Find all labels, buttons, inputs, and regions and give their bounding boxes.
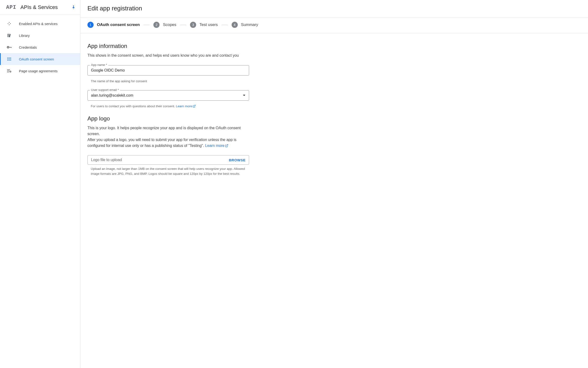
nav-label: Page usage agreements bbox=[19, 69, 75, 73]
app-logo-description: This is your logo. It helps people recog… bbox=[87, 125, 253, 148]
consent-screen-icon bbox=[7, 56, 12, 62]
library-icon bbox=[7, 33, 12, 38]
svg-line-8 bbox=[194, 105, 196, 107]
step-label: Summary bbox=[241, 22, 258, 27]
nav-item-oauth-consent[interactable]: OAuth consent screen bbox=[0, 53, 80, 65]
step-label: Scopes bbox=[163, 22, 176, 27]
nav-item-credentials[interactable]: Credentials bbox=[0, 41, 80, 53]
nav-label: Enabled APIs & services bbox=[19, 22, 75, 26]
step-number: 4 bbox=[232, 22, 238, 28]
app-logo-learn-more-link[interactable]: Learn more bbox=[205, 144, 228, 148]
support-email-label: User support email * bbox=[90, 88, 120, 92]
app-logo-desc-line1: This is your logo. It helps people recog… bbox=[87, 126, 241, 136]
support-email-select[interactable]: alan.turing@scalekit.com bbox=[87, 90, 249, 101]
stepper: 1 OAuth consent screen 2 Scopes 3 Test u… bbox=[80, 17, 588, 33]
external-link-icon bbox=[225, 144, 228, 147]
key-icon bbox=[7, 45, 12, 50]
step-oauth-consent[interactable]: 1 OAuth consent screen bbox=[87, 22, 140, 28]
browse-button[interactable]: BROWSE bbox=[229, 158, 246, 162]
pin-icon[interactable] bbox=[72, 5, 75, 9]
sidebar-title: APIs & Services bbox=[20, 4, 72, 10]
support-email-value: alan.turing@scalekit.com bbox=[91, 93, 133, 98]
svg-rect-3 bbox=[11, 47, 11, 48]
logo-upload-field[interactable]: Logo file to upload BROWSE bbox=[87, 155, 249, 165]
svg-rect-4 bbox=[7, 69, 10, 70]
nav-label: OAuth consent screen bbox=[19, 57, 75, 61]
sidebar: API APIs & Services Enabled APIs & servi… bbox=[0, 0, 80, 368]
support-email-field-wrapper: User support email * alan.turing@scaleki… bbox=[87, 90, 249, 101]
main-content: Edit app registration 1 OAuth consent sc… bbox=[80, 0, 588, 368]
diamond-icon bbox=[7, 21, 12, 26]
page-title: Edit app registration bbox=[87, 5, 581, 12]
step-test-users[interactable]: 3 Test users bbox=[190, 22, 218, 28]
nav-item-page-usage[interactable]: Page usage agreements bbox=[0, 65, 80, 77]
dropdown-arrow-icon bbox=[243, 94, 246, 96]
svg-line-9 bbox=[226, 144, 228, 146]
logo-upload-helper: Upload an image, not larger than 1MB on … bbox=[87, 165, 249, 176]
learn-more-text: Learn more bbox=[176, 104, 192, 108]
step-number: 3 bbox=[190, 22, 196, 28]
step-label: OAuth consent screen bbox=[97, 22, 140, 27]
app-name-label: App name * bbox=[90, 63, 108, 67]
agreements-icon bbox=[7, 68, 12, 74]
nav-list: Enabled APIs & services Library Credenti… bbox=[0, 15, 80, 77]
external-link-icon bbox=[193, 105, 196, 108]
sidebar-header: API APIs & Services bbox=[0, 0, 80, 15]
logo-upload-placeholder: Logo file to upload bbox=[91, 158, 122, 162]
step-divider bbox=[222, 25, 228, 25]
svg-rect-5 bbox=[7, 71, 9, 71]
step-summary[interactable]: 4 Summary bbox=[232, 22, 258, 28]
step-label: Test users bbox=[199, 22, 218, 27]
main-header: Edit app registration bbox=[80, 0, 588, 17]
svg-rect-6 bbox=[7, 72, 9, 72]
app-name-field-wrapper: App name * bbox=[87, 65, 249, 76]
svg-point-1 bbox=[8, 47, 9, 48]
learn-more-text: Learn more bbox=[205, 144, 224, 148]
nav-item-enabled-apis[interactable]: Enabled APIs & services bbox=[0, 18, 80, 29]
step-divider bbox=[180, 25, 186, 25]
app-logo-heading: App logo bbox=[87, 115, 324, 122]
support-email-helper: For users to contact you with questions … bbox=[87, 102, 249, 109]
support-email-helper-text: For users to contact you with questions … bbox=[91, 104, 176, 108]
app-information-heading: App information bbox=[87, 43, 324, 49]
step-divider bbox=[143, 25, 149, 25]
api-logo: API bbox=[6, 4, 16, 10]
step-scopes[interactable]: 2 Scopes bbox=[153, 22, 176, 28]
nav-label: Library bbox=[19, 34, 75, 37]
nav-label: Credentials bbox=[19, 45, 75, 49]
app-name-input[interactable] bbox=[87, 65, 249, 76]
step-number: 2 bbox=[153, 22, 159, 28]
form-content: App information This shows in the consen… bbox=[80, 33, 331, 186]
app-name-helper: The name of the app asking for consent bbox=[87, 77, 249, 84]
app-information-description: This shows in the consent screen, and he… bbox=[87, 53, 248, 59]
step-number: 1 bbox=[87, 22, 93, 28]
nav-item-library[interactable]: Library bbox=[0, 29, 80, 41]
support-email-learn-more-link[interactable]: Learn more bbox=[176, 104, 196, 108]
